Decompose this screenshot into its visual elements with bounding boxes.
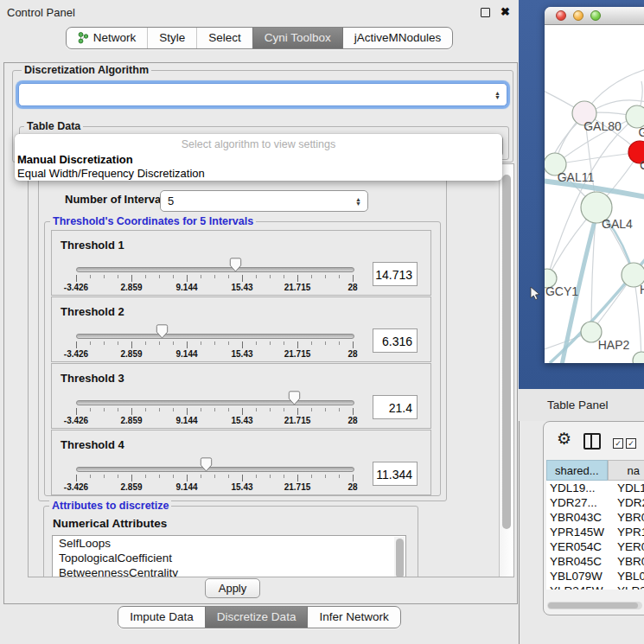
slider-thumb[interactable]	[288, 391, 301, 405]
tab-infer-network[interactable]: Infer Network	[307, 607, 399, 628]
threshold-slider[interactable]: -3.4262.8599.14415.4321.71528	[76, 231, 353, 295]
cell-name[interactable]: YLR3	[614, 583, 644, 590]
network-node[interactable]	[633, 352, 644, 363]
minor-tick	[90, 408, 91, 411]
column-header-name[interactable]: na	[608, 460, 644, 481]
threshold-slider[interactable]: -3.4262.8599.14415.4321.71528	[76, 297, 353, 361]
list-scrollbar[interactable]	[394, 537, 405, 577]
cell-shared-name[interactable]: YBL079W	[546, 569, 614, 583]
tab-impute-data[interactable]: Impute Data	[118, 607, 205, 628]
table-horizontal-scrollbar[interactable]	[547, 602, 642, 609]
table-panel: ⚙ ✓ ✓ shared... na YDL19...YDL1YDR27...Y…	[543, 421, 644, 615]
attribute-list-item[interactable]: BetweennessCentrality	[53, 565, 405, 577]
minor-tick	[145, 275, 146, 278]
minor-tick	[159, 275, 160, 278]
tab-style[interactable]: Style	[147, 28, 196, 48]
major-tick	[131, 341, 132, 348]
cell-name[interactable]: YDL1	[614, 481, 644, 495]
cell-name[interactable]: YDR2	[614, 495, 644, 510]
cell-shared-name[interactable]: YLR345W	[546, 583, 614, 590]
network-view-window[interactable]: GAL80GCGAL11GAL4GCY1HHAP2	[545, 7, 644, 363]
list-scrollbar-thumb[interactable]	[396, 539, 404, 577]
algorithm-combobox[interactable]: ▲▼	[18, 83, 507, 106]
tab-discretize-data[interactable]: Discretize Data	[205, 607, 308, 628]
threshold-value-field[interactable]: 14.713	[373, 262, 418, 286]
slider-thumb[interactable]	[156, 324, 169, 339]
number-of-intervals-combobox[interactable]: 5 ▲▼	[160, 190, 368, 212]
cell-name[interactable]: YBL0	[614, 569, 644, 583]
cell-shared-name[interactable]: YBR043C	[546, 510, 614, 525]
checkbox-icon[interactable]: ✓	[626, 438, 636, 449]
column-header-shared-name[interactable]: shared...	[546, 460, 608, 481]
settings-scrollbar-thumb[interactable]	[502, 175, 511, 529]
table-row[interactable]: YER054CYER0	[546, 539, 644, 554]
checkbox-icon[interactable]: ✓	[613, 438, 623, 449]
numerical-attributes-list[interactable]: SelfLoopsTopologicalCoefficientBetweenne…	[52, 535, 406, 577]
gear-icon[interactable]: ⚙	[557, 429, 571, 449]
slider-rail[interactable]	[76, 334, 354, 339]
network-edge[interactable]	[555, 152, 640, 164]
cell-shared-name[interactable]: YPR145W	[546, 525, 614, 539]
major-tick	[187, 408, 188, 415]
table-horizontal-scrollbar-thumb[interactable]	[548, 603, 638, 609]
cell-name[interactable]: YBR0	[614, 510, 644, 525]
tab-cyni-toolbox[interactable]: Cyni Toolbox	[252, 28, 342, 48]
dropdown-option-manual[interactable]: Manual Discretization	[17, 153, 133, 166]
float-window-icon[interactable]	[481, 8, 490, 17]
minor-tick	[90, 341, 91, 345]
attribute-list-item[interactable]: TopologicalCoefficient	[53, 551, 405, 565]
threshold-slider[interactable]: -3.4262.8599.14415.4321.71528	[76, 430, 353, 494]
close-icon[interactable]: ✖	[501, 5, 510, 18]
cell-shared-name[interactable]: YER054C	[546, 539, 614, 554]
combo-stepper-icon: ▲▼	[494, 90, 501, 99]
major-tick	[353, 475, 354, 481]
table-row[interactable]: YBL079WYBL0	[546, 569, 644, 583]
slider-rail[interactable]	[76, 400, 354, 405]
tick-label: 28	[348, 283, 357, 292]
table-row[interactable]: YDL19...YDL1	[546, 481, 644, 495]
apply-button[interactable]: Apply	[205, 578, 260, 598]
cell-name[interactable]: YER0	[614, 539, 644, 554]
table-row[interactable]: YLR345WYLR3	[546, 583, 644, 590]
dropdown-option-equal-width[interactable]: Equal Width/Frequency Discretization	[17, 167, 205, 180]
slider-thumb[interactable]	[229, 258, 242, 272]
cell-shared-name[interactable]: YBR045C	[546, 554, 614, 569]
threshold-value-field[interactable]: 21.4	[373, 395, 418, 419]
slider-thumb[interactable]	[200, 457, 213, 472]
cell-shared-name[interactable]: YDL19...	[546, 481, 614, 495]
threshold-value-field[interactable]: 6.316	[373, 328, 418, 353]
tab-label: Discretize Data	[217, 610, 296, 623]
columns-icon[interactable]	[583, 433, 601, 450]
table-row[interactable]: YDR27...YDR2	[546, 495, 644, 510]
slider-rail[interactable]	[76, 267, 354, 272]
minimize-traffic-light-icon[interactable]	[573, 10, 583, 21]
major-tick	[353, 341, 354, 348]
cell-shared-name[interactable]: YDR27...	[546, 495, 614, 510]
threshold-value-field[interactable]: 11.344	[373, 462, 418, 486]
tick-label: 15.43	[231, 416, 252, 425]
cell-name[interactable]: YBR0	[614, 554, 644, 569]
minor-tick	[228, 275, 229, 278]
table-row[interactable]: YBR043CYBR0	[546, 510, 644, 525]
settings-scrollbar[interactable]	[499, 164, 513, 577]
major-tick	[297, 341, 298, 348]
attribute-list-item[interactable]: SelfLoops	[53, 536, 405, 551]
tick-label: 21.715	[284, 349, 311, 359]
slider-rail[interactable]	[76, 467, 354, 472]
close-traffic-light-icon[interactable]	[556, 10, 566, 21]
desktop-background: GAL80GCGAL11GAL4GCY1HHAP2	[519, 0, 644, 389]
zoom-traffic-light-icon[interactable]	[590, 10, 601, 21]
network-window-titlebar[interactable]	[545, 7, 644, 25]
major-tick	[297, 475, 298, 481]
tab-select[interactable]: Select	[196, 28, 252, 48]
cell-name[interactable]: YPR1	[614, 525, 644, 539]
table-row[interactable]: YBR045CYBR0	[546, 554, 644, 569]
tick-label: 28	[348, 349, 357, 359]
dropdown-prompt-item[interactable]: Select algorithm to view settings	[15, 138, 502, 150]
threshold-slider[interactable]: -3.4262.8599.14415.4321.71528	[76, 364, 353, 428]
tick-label: 2.859	[120, 349, 142, 359]
network-canvas[interactable]: GAL80GCGAL11GAL4GCY1HHAP2	[545, 25, 644, 363]
table-row[interactable]: YPR145WYPR1	[546, 525, 644, 539]
tab-jactivemnodules[interactable]: jActiveMNodules	[342, 28, 453, 48]
tab-network[interactable]: Network	[67, 28, 148, 48]
